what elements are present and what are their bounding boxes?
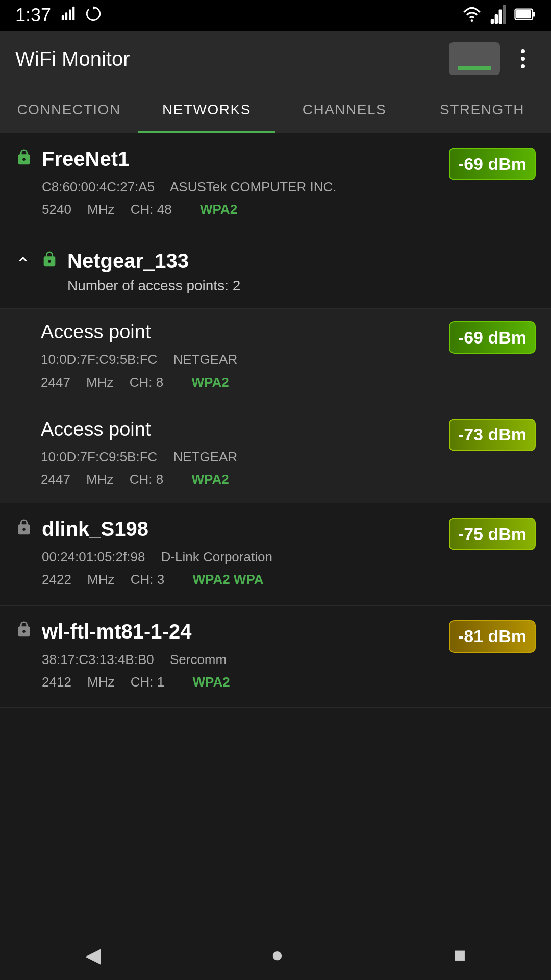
freenet1-channel: CH: 48 (131, 202, 184, 217)
network-freenet1-name-row: FreeNet1 (15, 148, 348, 170)
access-point-2: Access point 10:0D:7F:C9:5B:FC NETGEAR 2… (0, 406, 551, 503)
tab-connection[interactable]: CONNECTION (0, 87, 138, 133)
ap2-freq: 2447 MHz (41, 472, 114, 487)
wlftl-details: 38:17:C3:13:4B:B0 Sercomm 2412 MHz CH: 1… (42, 648, 242, 693)
network-dlink-info: dlink_S198 00:24:01:05:2f:98 D-Link Corp… (15, 518, 285, 591)
svg-rect-1 (65, 12, 67, 20)
lock-icon-gray-wlftl (15, 621, 33, 642)
wlftl-freq: 2412 MHz (42, 674, 115, 690)
wlftl-security: WPA2 (192, 674, 230, 690)
ap2-details: 10:0D:7F:C9:5B:FC NETGEAR 2447 MHz CH: 8… (41, 446, 249, 491)
dlink-freq: 2422 MHz (42, 572, 115, 587)
back-button[interactable]: ◀ (85, 943, 101, 967)
lock-icon-gray-dlink (15, 519, 33, 540)
svg-rect-0 (62, 15, 64, 20)
battery-icon (514, 6, 536, 25)
tab-bar: CONNECTION NETWORKS CHANNELS STRENGTH (0, 87, 551, 133)
app-icon-2 (85, 5, 102, 26)
freenet1-signal-badge: -69 dBm (449, 148, 536, 180)
bottom-nav: ◀ ● ■ (0, 929, 551, 980)
app-icon-1 (60, 5, 78, 26)
network-wlftl-header: wl-ftl-mt81-1-24 38:17:C3:13:4B:B0 Serco… (15, 620, 536, 693)
tab-strength[interactable]: STRENGTH (413, 87, 551, 133)
freenet1-freq: 5240 MHz (42, 202, 115, 217)
status-time: 1:37 (15, 5, 51, 26)
network-dlink-name-row: dlink_S198 (15, 518, 285, 541)
dlink-mac: 00:24:01:05:2f:98 (42, 549, 145, 565)
ap2-security: WPA2 (191, 472, 229, 487)
ap1-security: WPA2 (191, 375, 229, 390)
network-list: FreeNet1 C8:60:00:4C:27:A5 ASUSTek COMPU… (0, 133, 551, 708)
ap2-channel: CH: 8 (130, 472, 176, 487)
svg-rect-3 (72, 6, 74, 20)
network-item-dlink: dlink_S198 00:24:01:05:2f:98 D-Link Corp… (0, 503, 551, 605)
ap2-vendor: NETGEAR (173, 449, 238, 464)
mobile-signal-icon (490, 5, 506, 26)
status-bar: 1:37 (0, 0, 551, 31)
chevron-up-icon: ⌃ (15, 254, 31, 275)
ap1-details: 10:0D:7F:C9:5B:FC NETGEAR 2447 MHz CH: 8… (41, 348, 249, 393)
freenet1-details: C8:60:00:4C:27:A5 ASUSTek COMPUTER INC. … (42, 176, 348, 220)
access-point-1: Access point 10:0D:7F:C9:5B:FC NETGEAR 2… (0, 309, 551, 406)
network-item-netgear133: ⌃ Netgear_133 Number of access points: 2 (0, 235, 551, 309)
svg-rect-8 (499, 10, 502, 24)
tab-networks[interactable]: NETWORKS (138, 87, 276, 133)
netgear133-expand-toggle[interactable]: ⌃ Netgear_133 Number of access points: 2 (15, 250, 536, 294)
network-freenet1-info: FreeNet1 C8:60:00:4C:27:A5 ASUSTek COMPU… (15, 148, 348, 220)
ap2-info: Access point 10:0D:7F:C9:5B:FC NETGEAR 2… (41, 419, 249, 491)
svg-rect-12 (516, 10, 531, 19)
ap2-label: Access point (41, 419, 249, 440)
netgear133-name: Netgear_133 (67, 250, 189, 273)
svg-rect-11 (533, 12, 535, 17)
ap2-signal-badge: -73 dBm (449, 419, 536, 451)
netgear133-name-row: Netgear_133 (41, 250, 240, 273)
network-freenet1-header: FreeNet1 C8:60:00:4C:27:A5 ASUSTek COMPU… (15, 148, 536, 220)
freenet1-name: FreeNet1 (42, 148, 129, 170)
signal-bar-indicator (458, 66, 491, 70)
ap1-freq: 2447 MHz (41, 375, 114, 390)
wlftl-vendor: Sercomm (170, 652, 227, 667)
netgear133-access-points: Access point 10:0D:7F:C9:5B:FC NETGEAR 2… (0, 309, 551, 503)
ap2-mac: 10:0D:7F:C9:5B:FC (41, 449, 157, 464)
lock-icon-green (15, 149, 33, 170)
ap1-mac: 10:0D:7F:C9:5B:FC (41, 352, 157, 367)
status-icons-left (60, 5, 102, 26)
app-title: WiFi Monitor (15, 47, 130, 70)
wlftl-name: wl-ftl-mt81-1-24 (42, 620, 191, 643)
dlink-channel: CH: 3 (131, 572, 177, 587)
home-button[interactable]: ● (271, 943, 283, 966)
dlink-signal-badge: -75 dBm (449, 518, 536, 550)
ap1-label: Access point (41, 321, 249, 343)
app-bar-actions (449, 42, 536, 75)
app-bar: WiFi Monitor (0, 31, 551, 87)
svg-rect-6 (491, 19, 494, 24)
network-item-freenet1: FreeNet1 C8:60:00:4C:27:A5 ASUSTek COMPU… (0, 133, 551, 235)
wifi-status-icon (462, 5, 482, 26)
wlftl-signal-badge: -81 dBm (449, 620, 536, 653)
freenet1-vendor: ASUSTek COMPUTER INC. (170, 179, 337, 194)
wlftl-channel: CH: 1 (131, 674, 177, 690)
freenet1-security: WPA2 (200, 202, 237, 217)
dlink-details: 00:24:01:05:2f:98 D-Link Corporation 242… (42, 546, 285, 591)
status-icons-right (462, 5, 536, 26)
netgear133-info: Netgear_133 Number of access points: 2 (41, 250, 240, 294)
ap1-channel: CH: 8 (130, 375, 176, 390)
svg-rect-9 (503, 5, 506, 24)
dlink-name: dlink_S198 (42, 518, 148, 541)
dlink-vendor: D-Link Corporation (161, 549, 272, 565)
dot1 (521, 49, 525, 53)
tab-channels[interactable]: CHANNELS (276, 87, 413, 133)
ap1-signal-badge: -69 dBm (449, 321, 536, 354)
network-dlink-header: dlink_S198 00:24:01:05:2f:98 D-Link Corp… (15, 518, 536, 591)
freenet1-mac: C8:60:00:4C:27:A5 (42, 179, 155, 194)
network-wlftl-info: wl-ftl-mt81-1-24 38:17:C3:13:4B:B0 Serco… (15, 620, 242, 693)
dot3 (521, 64, 525, 68)
svg-rect-7 (495, 14, 498, 24)
recent-button[interactable]: ■ (454, 943, 466, 966)
dlink-security: WPA2 WPA (192, 572, 263, 587)
ap1-info: Access point 10:0D:7F:C9:5B:FC NETGEAR 2… (41, 321, 249, 393)
more-options-button[interactable] (510, 49, 536, 68)
lock-icon-netgear-green (41, 251, 58, 272)
signal-graph-button[interactable] (449, 42, 500, 75)
network-item-wl-ftl: wl-ftl-mt81-1-24 38:17:C3:13:4B:B0 Serco… (0, 606, 551, 708)
